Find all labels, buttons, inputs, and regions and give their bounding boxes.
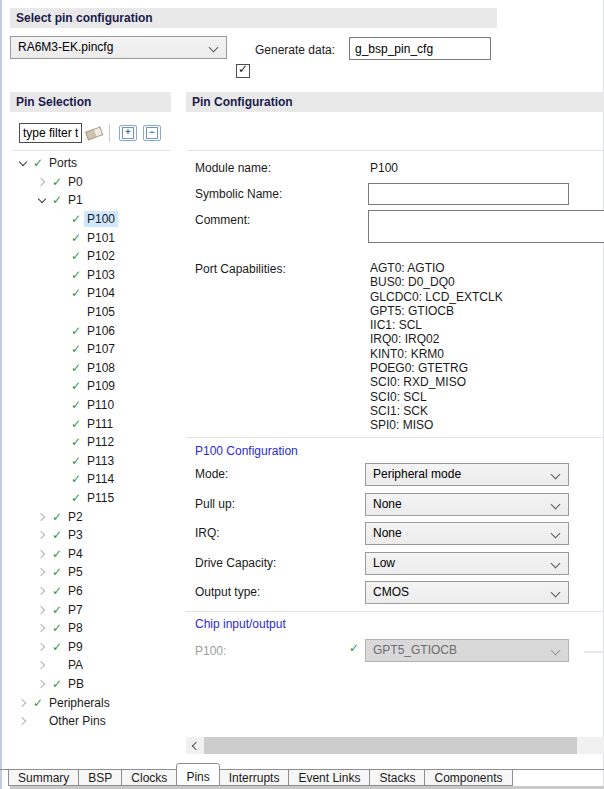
- chip-io-pin-label: P100:: [195, 644, 226, 658]
- chevron-collapsed-icon[interactable]: [37, 512, 45, 520]
- tree-item-p106[interactable]: ✓P106: [10, 321, 182, 340]
- check-icon: ✓: [68, 268, 84, 282]
- tree-item-p110[interactable]: ✓P110: [10, 396, 182, 415]
- check-icon: ✓: [68, 491, 84, 505]
- check-icon: ✓: [49, 584, 65, 598]
- drive-capacity-value: Low: [373, 556, 395, 570]
- pull-up-value: None: [373, 497, 402, 511]
- tree-item-label: P1: [65, 192, 86, 208]
- tree-item-p8[interactable]: ✓P8: [10, 619, 182, 638]
- pin-configuration-file-value: RA6M3-EK.pincfg: [18, 40, 113, 54]
- mode-dropdown[interactable]: Peripheral mode: [365, 463, 569, 486]
- chevron-expanded-icon[interactable]: [19, 158, 27, 166]
- tree-item-p4[interactable]: ✓P4: [10, 544, 182, 563]
- tab-pins[interactable]: Pins: [176, 763, 219, 786]
- tree-item-pa[interactable]: PA: [10, 656, 182, 675]
- chevron-collapsed-icon[interactable]: [37, 624, 45, 632]
- check-icon: ✓: [68, 417, 84, 431]
- chevron-collapsed-icon[interactable]: [37, 680, 45, 688]
- tree-item-peripherals[interactable]: ✓Peripherals: [10, 693, 182, 712]
- chevron-collapsed-icon[interactable]: [37, 605, 45, 613]
- tree-item-p111[interactable]: ✓P111: [10, 414, 182, 433]
- chevron-collapsed-icon[interactable]: [18, 698, 26, 706]
- drive-capacity-label: Drive Capacity:: [195, 556, 276, 570]
- symbolic-name-input[interactable]: [368, 183, 569, 205]
- clear-filter-icon[interactable]: [84, 125, 103, 142]
- tree-item-p9[interactable]: ✓P9: [10, 637, 182, 656]
- comment-label: Comment:: [195, 213, 250, 227]
- toolbar-separator: [109, 124, 110, 142]
- chevron-collapsed-icon[interactable]: [37, 531, 45, 539]
- collapse-all-button[interactable]: −: [143, 125, 161, 141]
- expand-all-button[interactable]: +: [119, 125, 137, 141]
- port-capability: SCI0: RXD_MISO: [370, 375, 503, 389]
- tree-item-label: P113: [84, 453, 117, 469]
- tree-item-p3[interactable]: ✓P3: [10, 526, 182, 545]
- tab-summary[interactable]: Summary: [8, 769, 79, 786]
- horizontal-scrollbar[interactable]: [186, 737, 604, 754]
- tab-interrupts[interactable]: Interrupts: [219, 769, 290, 786]
- filter-input[interactable]: [19, 123, 82, 143]
- tree-item-label: Other Pins: [46, 713, 109, 729]
- chevron-down-icon: [551, 558, 561, 568]
- tree-item-p108[interactable]: ✓P108: [10, 359, 182, 378]
- check-icon: ✓: [49, 528, 65, 542]
- chevron-collapsed-icon[interactable]: [37, 587, 45, 595]
- tree-item-other-pins[interactable]: Other Pins: [10, 712, 182, 731]
- check-icon: ✓: [30, 696, 46, 710]
- drive-capacity-dropdown[interactable]: Low: [365, 552, 569, 575]
- chevron-collapsed-icon[interactable]: [18, 717, 26, 725]
- output-type-label: Output type:: [195, 585, 260, 599]
- comment-input[interactable]: [368, 210, 604, 243]
- chevron-collapsed-icon[interactable]: [37, 178, 45, 186]
- pin-config-fields: Mode:Peripheral modePull up:NoneIRQ:None…: [186, 459, 604, 607]
- tree-item-p105[interactable]: P105: [10, 303, 182, 322]
- tree-item-p107[interactable]: ✓P107: [10, 340, 182, 359]
- expand-all-icon: +: [122, 127, 134, 139]
- scrollbar-thumb[interactable]: [204, 737, 577, 754]
- tree-item-p7[interactable]: ✓P7: [10, 600, 182, 619]
- chevron-expanded-icon[interactable]: [38, 195, 46, 203]
- tree-item-p109[interactable]: ✓P109: [10, 377, 182, 396]
- check-icon: ✓: [49, 565, 65, 579]
- tree-item-label: P109: [84, 378, 118, 394]
- chevron-collapsed-icon[interactable]: [37, 642, 45, 650]
- chevron-down-icon: [551, 588, 561, 598]
- chevron-collapsed-icon[interactable]: [37, 550, 45, 558]
- pin-config-section-title: P100 Configuration: [195, 444, 298, 458]
- tree-item-p113[interactable]: ✓P113: [10, 452, 182, 471]
- pin-selection-tree: ✓Ports✓P0✓P1✓P100✓P101✓P102✓P103✓P104P10…: [10, 154, 182, 730]
- tab-stacks[interactable]: Stacks: [369, 769, 425, 786]
- tree-item-p6[interactable]: ✓P6: [10, 582, 182, 601]
- tree-item-label: P112: [84, 434, 117, 450]
- tree-item-p1[interactable]: ✓P1: [10, 191, 182, 210]
- tree-item-p100[interactable]: ✓P100: [10, 210, 182, 229]
- tree-item-p101[interactable]: ✓P101: [10, 228, 182, 247]
- tree-item-ports[interactable]: ✓Ports: [10, 154, 182, 173]
- chevron-collapsed-icon[interactable]: [37, 661, 45, 669]
- pull-up-dropdown[interactable]: None: [365, 493, 569, 516]
- tree-item-p2[interactable]: ✓P2: [10, 507, 182, 526]
- tree-item-p103[interactable]: ✓P103: [10, 266, 182, 285]
- tab-components[interactable]: Components: [424, 769, 512, 786]
- output-type-dropdown[interactable]: CMOS: [365, 581, 569, 604]
- tree-item-p0[interactable]: ✓P0: [10, 173, 182, 192]
- tree-item-p112[interactable]: ✓P112: [10, 433, 182, 452]
- tab-bsp[interactable]: BSP: [78, 769, 122, 786]
- port-capability: POEG0: GTETRG: [370, 361, 503, 375]
- tab-event-links[interactable]: Event Links: [288, 769, 370, 786]
- irq-dropdown[interactable]: None: [365, 522, 569, 545]
- tree-item-p5[interactable]: ✓P5: [10, 563, 182, 582]
- chevron-collapsed-icon[interactable]: [37, 568, 45, 576]
- tree-item-p102[interactable]: ✓P102: [10, 247, 182, 266]
- tree-item-pb[interactable]: ✓PB: [10, 675, 182, 694]
- tree-item-p114[interactable]: ✓P114: [10, 470, 182, 489]
- tree-item-p115[interactable]: ✓P115: [10, 489, 182, 508]
- mode-row: Mode:Peripheral mode: [186, 459, 604, 489]
- chip-io-pin-dropdown: GPT5_GTIOCB: [365, 639, 569, 662]
- tree-item-p104[interactable]: ✓P104: [10, 284, 182, 303]
- scroll-left-button[interactable]: [186, 737, 203, 754]
- tab-clocks[interactable]: Clocks: [121, 769, 177, 786]
- mode-value: Peripheral mode: [373, 467, 461, 481]
- check-icon: ✓: [49, 603, 65, 617]
